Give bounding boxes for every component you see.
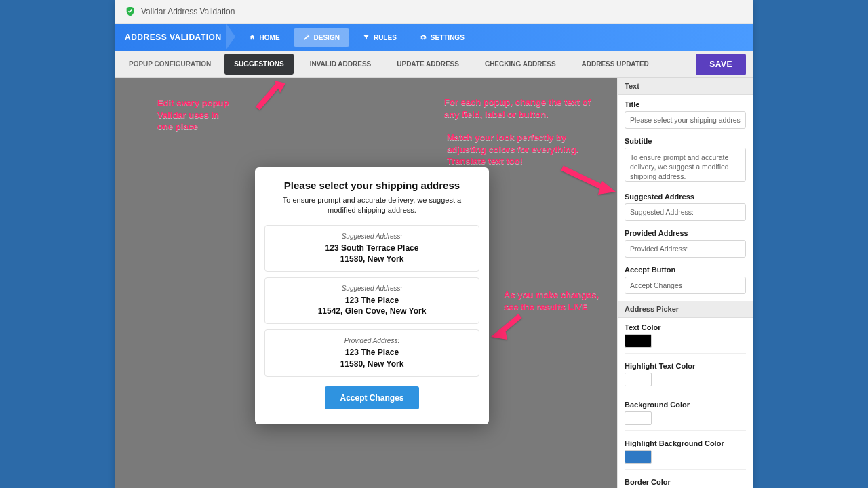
main-nav: ADDRESS VALIDATION HOME DESIGN RULES SET… (115, 24, 753, 51)
field-label: Subtitle (625, 137, 746, 145)
filter-icon (363, 34, 370, 41)
highlight-background-color-swatch[interactable] (625, 450, 652, 464)
tab-invalid-address[interactable]: INVALID ADDRESS (300, 54, 381, 75)
nav-item-rules[interactable]: RULES (353, 28, 406, 47)
field-label: Accept Button (625, 266, 746, 274)
address-card[interactable]: Provided Address: 123 The Place 11580, N… (264, 329, 479, 376)
provided-address-input[interactable] (625, 240, 746, 258)
callout-change-text: For each popup, change the text of any f… (444, 96, 591, 120)
properties-panel: Text Title Subtitle Suggested Address Pr… (617, 78, 753, 488)
app-title: Validar Address Validation (141, 7, 235, 16)
address-line: 11580, New York (271, 253, 473, 264)
workspace: Edit every popup Validar uses in one pla… (115, 78, 753, 488)
app-shell: Validar Address Validation ADDRESS VALID… (115, 0, 753, 488)
address-line: 123 The Place (271, 295, 473, 306)
arrow-icon (254, 78, 288, 115)
field-label: Title (625, 100, 746, 108)
nav-brand: ADDRESS VALIDATION (125, 33, 222, 42)
address-card[interactable]: Suggested Address: 123 South Terrace Pla… (264, 225, 479, 272)
field-label: Background Color (625, 401, 746, 409)
shield-check-icon (125, 6, 136, 17)
address-tag: Suggested Address: (271, 232, 473, 240)
callout-live-results: As you make changes, see the results LIV… (504, 289, 599, 312)
field-label: Provided Address (625, 229, 746, 237)
preview-canvas: Edit every popup Validar uses in one pla… (115, 78, 617, 488)
subtitle-input[interactable] (625, 148, 746, 182)
divider (625, 353, 746, 354)
field-label: Border Color (625, 478, 746, 486)
address-line: 123 The Place (271, 347, 473, 358)
popup-subtitle: To ensure prompt and accurate delivery, … (264, 195, 479, 216)
save-button[interactable]: SAVE (696, 54, 746, 75)
address-line: 123 South Terrace Place (271, 243, 473, 253)
text-color-swatch[interactable] (625, 334, 652, 348)
home-icon (249, 34, 256, 41)
title-bar: Validar Address Validation (115, 0, 753, 24)
highlight-text-color-swatch[interactable] (625, 373, 652, 386)
divider (625, 392, 746, 392)
divider (625, 430, 746, 431)
field-label: Suggested Address (625, 192, 746, 201)
subbar-title: POPUP CONFIGURATION (122, 60, 218, 68)
tab-address-updated[interactable]: ADDRESS UPDATED (572, 54, 658, 75)
arrow-icon (490, 312, 524, 346)
title-input[interactable] (625, 111, 746, 129)
nav-item-settings[interactable]: SETTINGS (410, 28, 474, 47)
nav-item-label: DESIGN (314, 34, 340, 41)
panel-section-header: Text (618, 78, 753, 95)
callout-match-look: Match your look perfectly by adjusting c… (447, 131, 578, 167)
address-tag: Provided Address: (271, 337, 473, 344)
popup-title: Please select your shipping address (264, 180, 479, 191)
address-line: 11542, Glen Cove, New York (271, 306, 473, 317)
accept-button-input[interactable] (625, 277, 746, 294)
gear-icon (420, 34, 427, 41)
background-color-swatch[interactable] (625, 411, 652, 425)
arrow-icon (559, 165, 617, 201)
nav-item-label: HOME (260, 34, 280, 41)
tab-checking-address[interactable]: CHECKING ADDRESS (475, 54, 566, 75)
nav-item-label: RULES (374, 34, 397, 41)
divider (625, 469, 746, 470)
nav-item-label: SETTINGS (431, 34, 465, 41)
field-label: Highlight Text Color (625, 362, 746, 370)
callout-edit-popups: Edit every popup Validar uses in one pla… (157, 97, 229, 133)
nav-item-design[interactable]: DESIGN (294, 28, 349, 47)
tab-update-address[interactable]: UPDATE ADDRESS (387, 54, 469, 75)
accept-changes-button[interactable]: Accept Changes (325, 386, 418, 409)
address-popup-preview: Please select your shipping address To e… (255, 167, 489, 424)
panel-section-header: Address Picker (618, 301, 753, 318)
wrench-icon (303, 34, 310, 41)
field-label: Text Color (625, 323, 746, 331)
suggested-address-input[interactable] (625, 203, 746, 221)
tab-suggestions[interactable]: SUGGESTIONS (224, 54, 293, 75)
address-line: 11580, New York (271, 359, 473, 369)
address-tag: Suggested Address: (271, 285, 473, 292)
sub-nav: POPUP CONFIGURATION SUGGESTIONS INVALID … (115, 51, 753, 78)
nav-item-home[interactable]: HOME (239, 28, 290, 47)
field-label: Highlight Background Color (625, 439, 746, 447)
address-card[interactable]: Suggested Address: 123 The Place 11542, … (264, 277, 479, 324)
